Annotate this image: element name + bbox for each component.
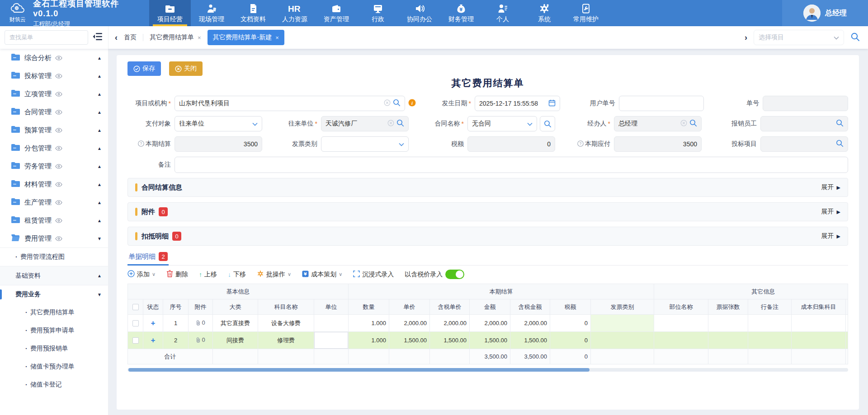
search-icon[interactable]	[836, 140, 844, 149]
collapse-arrow-icon[interactable]: ▲	[97, 56, 102, 61]
select-all-cell[interactable]	[128, 299, 143, 315]
sidebar-item-base-data[interactable]: 基础资料 ▲	[0, 266, 108, 285]
save-button[interactable]: 保存	[127, 61, 161, 76]
tab-home[interactable]: 首页	[124, 33, 137, 42]
row-checkbox[interactable]	[132, 337, 139, 344]
search-icon[interactable]	[836, 119, 844, 128]
sidebar-item-project-initiation[interactable]: 立项管理 ▲	[0, 85, 108, 103]
scrollbar-thumb[interactable]	[128, 368, 590, 372]
sidebar-item-production[interactable]: 生产管理 ▲	[0, 193, 108, 211]
nav-item-finance[interactable]: ¥ 财务管理	[440, 0, 482, 26]
clear-icon[interactable]	[680, 120, 687, 128]
nav-item-system[interactable]: 系统	[524, 0, 565, 26]
reimburser-input[interactable]	[760, 116, 848, 131]
search-icon[interactable]	[396, 119, 404, 128]
cost-plan-button[interactable]: ¥ 成本策划 ∨	[302, 270, 342, 279]
sidebar-item-bidding[interactable]: 投标管理 ▲	[0, 67, 108, 85]
tab-document-detail[interactable]: 单据明细 2	[127, 251, 169, 265]
table-row-selected[interactable]: + 2 0 间接费 修理费 1.000 1,500.00 1,500.00 1,…	[128, 332, 849, 349]
sidebar-item-expense-business[interactable]: 费用业务 ▼	[0, 285, 108, 303]
section-attachments[interactable]: 附件 0 展开 ▶	[127, 202, 848, 221]
agent-input[interactable]: 总经理	[614, 116, 702, 131]
expand-control[interactable]: 展开 ▶	[821, 232, 840, 240]
clear-icon[interactable]	[387, 120, 394, 128]
nav-item-assets[interactable]: 资产管理	[316, 0, 357, 26]
sidebar-item-other-expense-settlement[interactable]: 其它费用结算单	[0, 303, 108, 322]
menu-search-input[interactable]: 查找菜单	[5, 30, 88, 45]
select-all-checkbox[interactable]	[132, 304, 139, 310]
move-down-button[interactable]: ↓ 下移	[228, 270, 246, 279]
sidebar-item-stored-card-pre-handle[interactable]: 储值卡预办理单	[0, 358, 108, 376]
table-row[interactable]: + 1 0 其它直接费 设备大修费 1.000 2,000.00 2,000.0…	[128, 315, 849, 332]
immersive-entry-button[interactable]: 沉浸式录入	[353, 270, 394, 279]
clear-icon[interactable]	[384, 99, 391, 107]
user-no-input[interactable]	[619, 96, 704, 111]
nav-item-project-operation[interactable]: 项目经营	[149, 0, 191, 26]
expand-arrow-icon[interactable]: ▼	[97, 292, 102, 297]
project-select[interactable]: 选择项目	[754, 30, 844, 45]
sidebar-item-comprehensive-analysis[interactable]: 综合分析 ▲	[0, 49, 108, 67]
collapse-sidebar-icon[interactable]	[93, 33, 103, 42]
contract-search-button[interactable]	[540, 116, 555, 131]
row-add-icon[interactable]: +	[151, 336, 156, 345]
project-search-icon[interactable]	[850, 32, 860, 43]
collapse-arrow-icon[interactable]: ▲	[97, 218, 102, 223]
section-contract-settlement[interactable]: 合同结算信息 展开 ▶	[127, 178, 848, 197]
bid-project-input[interactable]	[760, 136, 848, 152]
nav-item-maintenance[interactable]: 常用维护	[565, 0, 607, 26]
section-deduction-detail[interactable]: 扣抵明细 0 展开 ▶	[127, 227, 848, 246]
pay-target-select[interactable]: 往来单位	[175, 116, 262, 131]
collapse-arrow-icon[interactable]: ▲	[97, 164, 102, 169]
sidebar-item-expense-pre-reimburse[interactable]: 费用预报销单	[0, 340, 108, 358]
batch-operation-button[interactable]: 批操作 ∨	[257, 270, 291, 279]
close-button[interactable]: 关闭	[169, 61, 203, 76]
sidebar-item-expense-budget-application[interactable]: 费用预算申请单	[0, 322, 108, 340]
search-icon[interactable]	[393, 99, 401, 108]
counterparty-input[interactable]: 天诚汽修厂	[321, 116, 409, 131]
unit-edit-cell[interactable]	[314, 332, 349, 349]
close-tab-icon[interactable]: ×	[198, 34, 201, 41]
sidebar-item-stored-card-register[interactable]: 储值卡登记	[0, 376, 108, 394]
nav-item-administration[interactable]: 行政	[357, 0, 399, 26]
delete-row-button[interactable]: 删除	[166, 270, 188, 279]
expand-arrow-icon[interactable]: ▼	[97, 236, 102, 241]
collapse-arrow-icon[interactable]: ▲	[97, 110, 102, 115]
calendar-icon[interactable]	[548, 99, 556, 108]
tabs-forward-icon[interactable]: ›	[745, 33, 747, 42]
remark-input[interactable]	[175, 157, 848, 173]
sidebar-item-labor[interactable]: 劳务管理 ▲	[0, 157, 108, 175]
close-tab-icon[interactable]: ×	[275, 34, 279, 41]
expand-control[interactable]: 展开 ▶	[821, 208, 840, 216]
invoice-type-cell[interactable]	[591, 332, 654, 349]
collapse-arrow-icon[interactable]: ▲	[97, 200, 102, 205]
project-input[interactable]: 山东时代垦利项目	[175, 96, 405, 111]
sidebar-item-materials[interactable]: 材料管理 ▲	[0, 175, 108, 193]
collapse-arrow-icon[interactable]: ▲	[97, 74, 102, 79]
collapse-arrow-icon[interactable]: ▲	[97, 273, 102, 278]
sidebar-item-expense-flowchart[interactable]: 费用管理流程图	[0, 248, 108, 266]
collapse-arrow-icon[interactable]: ▲	[97, 92, 102, 97]
expand-control[interactable]: 展开 ▶	[821, 183, 840, 191]
add-row-button[interactable]: 添加 ∨	[127, 270, 156, 279]
row-add-icon[interactable]: +	[151, 319, 156, 327]
contract-select[interactable]: 无合同	[467, 116, 537, 131]
tab-other-expense-new[interactable]: 其它费用结算单-新建 ×	[208, 30, 284, 45]
collapse-arrow-icon[interactable]: ▲	[97, 128, 102, 133]
nav-item-personal[interactable]: 个人	[482, 0, 524, 26]
sidebar-item-leasing[interactable]: 租赁管理 ▲	[0, 211, 108, 229]
sidebar-item-subcontract[interactable]: 分包管理 ▲	[0, 139, 108, 157]
tab-other-expense[interactable]: 其它费用结算单 ×	[150, 33, 201, 42]
date-input[interactable]: 2025-12-17 15:55:58	[475, 96, 560, 111]
collapse-arrow-icon[interactable]: ▲	[97, 146, 102, 151]
nav-item-documents[interactable]: 文档资料	[232, 0, 274, 26]
sidebar-item-contract[interactable]: 合同管理 ▲	[0, 103, 108, 121]
sidebar-item-budget[interactable]: 预算管理 ▲	[0, 121, 108, 139]
nav-item-hr[interactable]: HR 人力资源	[274, 0, 316, 26]
row-checkbox[interactable]	[132, 320, 139, 326]
collapse-arrow-icon[interactable]: ▲	[97, 182, 102, 187]
invoice-type-cell[interactable]	[591, 315, 654, 332]
nav-item-site-management[interactable]: 现场管理	[191, 0, 232, 26]
horizontal-scrollbar[interactable]	[127, 368, 848, 372]
info-icon[interactable]: i	[408, 99, 416, 108]
user-area[interactable]: 总经理	[782, 0, 868, 26]
